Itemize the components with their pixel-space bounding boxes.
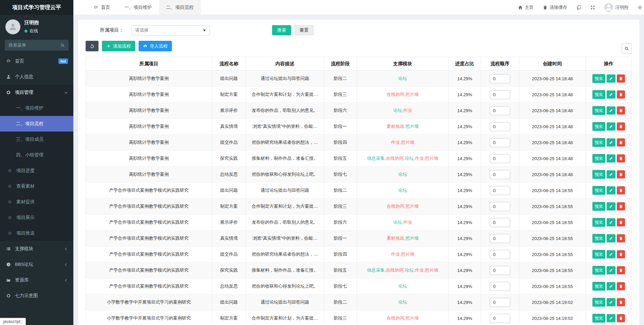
refresh-button[interactable] — [86, 41, 99, 51]
edit-button[interactable] — [607, 250, 615, 258]
search-button[interactable]: 搜索 — [272, 25, 291, 35]
edit-button[interactable] — [607, 186, 615, 194]
delete-button[interactable] — [617, 314, 625, 322]
order-input[interactable] — [490, 298, 510, 307]
edit-button[interactable] — [607, 90, 615, 99]
module-link[interactable]: 作业, — [415, 268, 425, 273]
sidebar-item-resource-library[interactable]: 资源库 — [0, 272, 73, 288]
fullscreen-button[interactable] — [590, 5, 595, 10]
sidebar-item-bbs-forum[interactable]: ?BBS论坛 — [0, 257, 73, 272]
module-link[interactable]: 在线协同, — [387, 315, 406, 321]
module-link[interactable]: 论坛, — [405, 156, 415, 161]
module-link[interactable]: 信息采集, — [367, 156, 386, 161]
preview-button[interactable]: 预览 — [592, 234, 605, 243]
add-flow-button[interactable]: 添加流程 — [102, 41, 135, 51]
delete-button[interactable] — [617, 202, 625, 210]
module-link[interactable]: 照片墙 — [425, 156, 438, 161]
module-link[interactable]: 在线协同, — [386, 268, 405, 273]
clear-cache-link[interactable]: 清除缓存 — [543, 4, 567, 11]
table-search-button[interactable] — [622, 44, 632, 54]
delete-button[interactable] — [617, 90, 625, 99]
edit-button[interactable] — [607, 314, 615, 322]
delete-button[interactable] — [617, 266, 625, 274]
preview-button[interactable]: 预览 — [592, 74, 605, 83]
delete-button[interactable] — [617, 234, 625, 242]
sidebar-item-project-members[interactable]: 三、项目成员 — [0, 132, 73, 147]
preview-button[interactable]: 预览 — [592, 122, 605, 131]
edit-button[interactable] — [607, 154, 615, 162]
module-link[interactable]: 论坛, — [405, 268, 415, 273]
order-input[interactable] — [490, 186, 510, 195]
module-link[interactable]: 作业 — [403, 108, 412, 113]
delete-button[interactable] — [617, 282, 625, 290]
settings-button[interactable] — [638, 5, 642, 10]
preview-button[interactable]: 预览 — [592, 282, 605, 291]
module-link[interactable]: 在线协同, — [386, 156, 405, 161]
sidebar-item-material-provide[interactable]: 素材提供 — [0, 194, 73, 210]
edit-button[interactable] — [607, 282, 615, 290]
edit-button[interactable] — [607, 202, 615, 210]
module-link[interactable]: 在线协同, — [387, 204, 406, 209]
module-link[interactable]: 照片墙 — [406, 236, 419, 241]
order-input[interactable] — [490, 234, 510, 243]
module-link[interactable]: 照片墙 — [425, 268, 438, 273]
order-input[interactable] — [490, 250, 510, 259]
edit-button[interactable] — [607, 122, 615, 131]
module-link[interactable]: 照片墙 — [406, 124, 419, 129]
order-input[interactable] — [490, 218, 510, 227]
order-input[interactable] — [490, 202, 510, 211]
sidebar-item-project-management[interactable]: 项目管理 — [0, 85, 73, 100]
sidebar-item-project-maintain[interactable]: 一、项目维护 — [0, 100, 73, 116]
tab-project-flow[interactable]: 二、项目流程 — [159, 0, 201, 15]
delete-button[interactable] — [617, 122, 625, 131]
order-input[interactable] — [490, 314, 510, 323]
delete-button[interactable] — [617, 170, 625, 178]
copy-button[interactable] — [576, 5, 581, 10]
delete-button[interactable] — [617, 106, 625, 115]
order-input[interactable] — [490, 138, 510, 147]
edit-button[interactable] — [607, 266, 615, 274]
order-input[interactable] — [490, 74, 510, 83]
sidebar-item-project-push[interactable]: 项目推送 — [0, 225, 73, 241]
tab-project-maintain[interactable]: 一、项目维护 — [117, 0, 159, 15]
module-link[interactable]: 作业, — [391, 140, 401, 145]
delete-button[interactable] — [617, 186, 625, 194]
home-link[interactable]: 主页 — [518, 4, 534, 11]
module-link[interactable]: 照片墙 — [406, 315, 419, 321]
sidebar-item-seven-force[interactable]: 七力示意图 — [0, 288, 73, 304]
order-input[interactable] — [490, 282, 510, 291]
edit-button[interactable] — [607, 106, 615, 115]
module-link[interactable]: 照片墙 — [406, 92, 419, 97]
sidebar-search-input[interactable]: 搜索菜单 — [5, 40, 69, 51]
module-link[interactable]: 素材推送, — [387, 124, 406, 129]
order-input[interactable] — [490, 154, 510, 163]
module-link[interactable]: 在线协同, — [387, 92, 406, 97]
import-flow-button[interactable]: 导入流程 — [139, 41, 172, 51]
module-link[interactable]: 素材推送, — [387, 236, 406, 241]
module-link[interactable]: 论坛, — [393, 220, 404, 225]
preview-button[interactable]: 预览 — [592, 90, 605, 99]
order-input[interactable] — [490, 266, 510, 275]
delete-button[interactable] — [617, 138, 625, 147]
sidebar-item-project-flow[interactable]: 二、项目流程 — [0, 116, 73, 132]
module-link[interactable]: 照片墙 — [401, 252, 414, 257]
sidebar-item-profile[interactable]: 个人信息 — [0, 69, 73, 85]
preview-button[interactable]: 预览 — [592, 138, 605, 147]
preview-button[interactable]: 预览 — [592, 314, 605, 323]
sidebar-item-view-material[interactable]: 查看素材 — [0, 178, 73, 194]
module-link[interactable]: 作业, — [391, 252, 401, 257]
reset-button[interactable]: 重置 — [294, 25, 314, 35]
module-link[interactable]: 论坛 — [398, 188, 407, 193]
module-link[interactable]: 论坛 — [398, 76, 407, 81]
module-link[interactable]: 照片墙 — [401, 140, 414, 145]
order-input[interactable] — [490, 170, 510, 179]
sidebar-item-support-modules[interactable]: 支撑模块 — [0, 241, 73, 257]
delete-button[interactable] — [617, 218, 625, 226]
delete-button[interactable] — [617, 250, 625, 258]
preview-button[interactable]: 预览 — [592, 106, 605, 115]
preview-button[interactable]: 预览 — [592, 250, 605, 259]
order-input[interactable] — [490, 122, 510, 131]
module-link[interactable]: 照片墙 — [406, 204, 419, 209]
preview-button[interactable]: 预览 — [592, 218, 605, 227]
menu-toggle-button[interactable] — [73, 0, 86, 15]
